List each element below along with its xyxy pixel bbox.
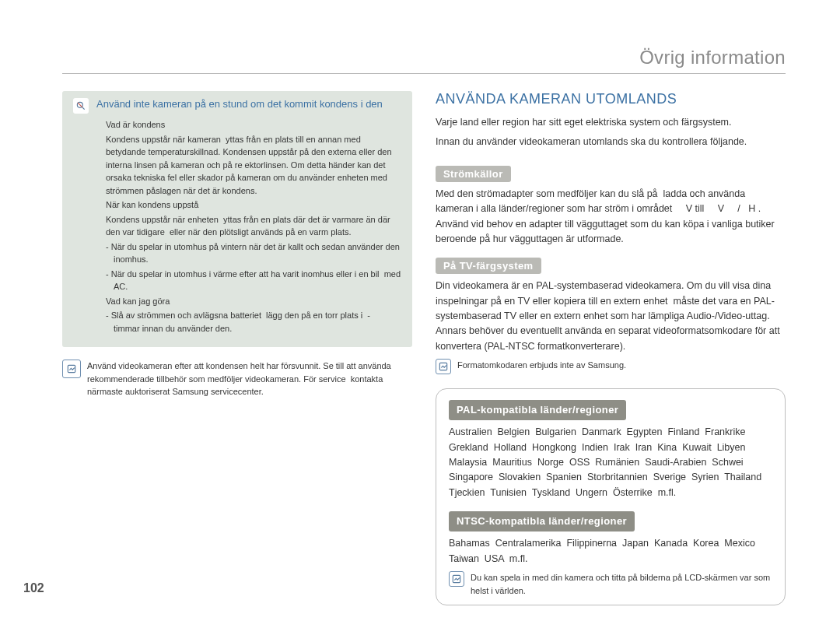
ntsc-text: Bahamas Centralamerika Filippinerna Japa… <box>449 536 772 567</box>
subheading-tv: På TV-färgsystem <box>436 258 541 274</box>
tv-text: Din videokamera är en PAL-systembaserad … <box>436 279 786 354</box>
tv-note-text: Formatomkodaren erbjuds inte av Samsung. <box>457 359 626 372</box>
warning-text: Kondens uppstår när kameran yttas från e… <box>106 133 401 198</box>
intro-block: Varje land eller region har sitt eget el… <box>436 115 786 150</box>
page-number: 102 <box>23 581 44 595</box>
warning-bullet: Slå av strömmen och avlägsna batteriet l… <box>106 309 401 335</box>
ntsc-note-text: Du kan spela in med din kamera och titta… <box>471 571 772 597</box>
warning-subhead: Vad är kondens <box>106 118 401 132</box>
subheading-ntsc: NTSC-kompatibla länder/regioner <box>449 511 635 531</box>
subheading-power: Strömkällor <box>436 166 511 182</box>
divider <box>62 73 786 74</box>
note-row: Använd videokameran efter att kondensen … <box>62 360 412 398</box>
warning-text: Kondens uppstår när enheten yttas från e… <box>106 213 401 239</box>
warning-box: Använd inte kameran på en stund om det k… <box>62 91 412 347</box>
left-column: Använd inte kameran på en stund om det k… <box>62 91 412 605</box>
note-text: Använd videokameran efter att kondensen … <box>87 360 412 398</box>
right-column: ANVÄNDA KAMERAN UTOMLANDS Varje land ell… <box>436 91 786 605</box>
tv-note-row: Formatomkodaren erbjuds inte av Samsung. <box>436 359 786 374</box>
warning-bullet: När du spelar in utomhus i värme efter a… <box>106 268 401 293</box>
note-icon <box>449 571 464 587</box>
svg-line-2 <box>78 103 82 107</box>
note-icon <box>62 360 81 378</box>
warning-subhead: När kan kondens uppstå <box>106 198 401 212</box>
intro-line: Varje land eller region har sitt eget el… <box>436 115 786 130</box>
warning-header: Använd inte kameran på en stund om det k… <box>73 97 401 114</box>
manual-page: Övrig information Använd inte kameran på… <box>0 0 840 642</box>
note-icon <box>436 359 451 374</box>
section-title: ANVÄNDA KAMERAN UTOMLANDS <box>436 91 786 107</box>
intro-line: Innan du använder videokameran utomlands… <box>436 135 786 149</box>
svg-line-1 <box>82 107 85 110</box>
pal-text: Australien Belgien Bulgarien Danmark Egy… <box>449 425 772 500</box>
two-column-layout: Använd inte kameran på en stund om det k… <box>62 91 786 605</box>
warning-title: Använd inte kameran på en stund om det k… <box>96 97 383 112</box>
subheading-pal: PAL-kompatibla länder/regioner <box>449 400 626 420</box>
magnifier-no-icon <box>73 98 89 114</box>
warning-subhead: Vad kan jag göra <box>106 295 401 308</box>
warning-bullet: När du spelar in utomhus på vintern när … <box>106 240 401 266</box>
region-frame: PAL-kompatibla länder/regioner Australie… <box>436 388 786 605</box>
power-text: Med den strömadapter som medföljer kan d… <box>436 187 786 247</box>
ntsc-note-row: Du kan spela in med din kamera och titta… <box>449 571 772 597</box>
warning-body: Vad är kondens Kondens uppstår när kamer… <box>73 118 401 335</box>
chapter-title: Övrig information <box>62 47 786 68</box>
